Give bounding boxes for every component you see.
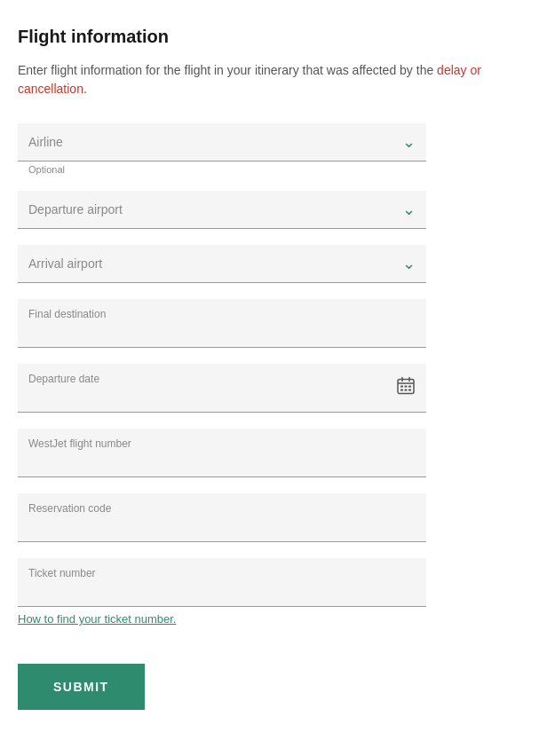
description-text-start: Enter flight information for the flight … xyxy=(18,63,437,77)
arrival-airport-chevron-icon: ⌄ xyxy=(402,254,416,273)
ticket-number-label: Ticket number xyxy=(18,558,426,579)
departure-airport-chevron-icon: ⌄ xyxy=(402,200,416,219)
departure-airport-group: Departure airport ⌄ xyxy=(18,191,426,229)
reservation-code-input[interactable] xyxy=(18,515,426,541)
calendar-icon[interactable] xyxy=(396,376,416,400)
ticket-help-link[interactable]: How to find your ticket number. xyxy=(18,612,176,626)
svg-rect-7 xyxy=(400,390,403,391)
airline-chevron-icon: ⌄ xyxy=(402,132,416,152)
departure-date-input[interactable] xyxy=(18,385,426,412)
flight-number-wrapper: WestJet flight number xyxy=(18,429,426,477)
airline-optional: Optional xyxy=(18,164,426,175)
svg-rect-9 xyxy=(408,390,411,391)
airline-dropdown[interactable]: Airline ⌄ xyxy=(18,123,426,161)
page-title: Flight information xyxy=(18,27,521,47)
departure-airport-dropdown[interactable]: Departure airport ⌄ xyxy=(18,191,426,229)
description-text-end: . xyxy=(83,82,87,96)
svg-rect-8 xyxy=(405,390,408,391)
reservation-code-wrapper: Reservation code xyxy=(18,493,426,542)
ticket-number-group: Ticket number How to find your ticket nu… xyxy=(18,558,426,626)
flight-number-input[interactable] xyxy=(18,450,426,476)
reservation-code-group: Reservation code xyxy=(18,493,426,542)
svg-rect-6 xyxy=(408,386,411,388)
arrival-airport-dropdown[interactable]: Arrival airport ⌄ xyxy=(18,245,426,283)
flight-number-label: WestJet flight number xyxy=(18,429,426,450)
departure-date-label: Departure date xyxy=(18,364,426,385)
departure-date-wrapper: Departure date xyxy=(18,364,426,413)
svg-rect-5 xyxy=(405,386,408,388)
flight-form: Airline ⌄ Optional Departure airport ⌄ A… xyxy=(18,123,426,710)
form-page: Flight information Enter flight informat… xyxy=(18,27,521,710)
svg-rect-4 xyxy=(400,386,403,388)
airline-group: Airline ⌄ Optional xyxy=(18,123,426,175)
final-destination-wrapper: Final destination xyxy=(18,299,426,348)
ticket-number-input[interactable] xyxy=(18,579,426,606)
airline-label: Airline xyxy=(28,135,63,149)
final-destination-label: Final destination xyxy=(18,299,426,320)
submit-button[interactable]: SUBMIT xyxy=(18,664,145,710)
reservation-code-label: Reservation code xyxy=(18,493,426,515)
final-destination-input[interactable] xyxy=(18,320,426,347)
final-destination-group: Final destination xyxy=(18,299,426,348)
arrival-airport-label: Arrival airport xyxy=(28,256,102,271)
departure-airport-label: Departure airport xyxy=(28,202,123,217)
departure-date-group: Departure date xyxy=(18,364,426,413)
flight-number-group: WestJet flight number xyxy=(18,429,426,477)
page-description: Enter flight information for the flight … xyxy=(18,61,521,98)
ticket-number-wrapper: Ticket number xyxy=(18,558,426,607)
arrival-airport-group: Arrival airport ⌄ xyxy=(18,245,426,283)
